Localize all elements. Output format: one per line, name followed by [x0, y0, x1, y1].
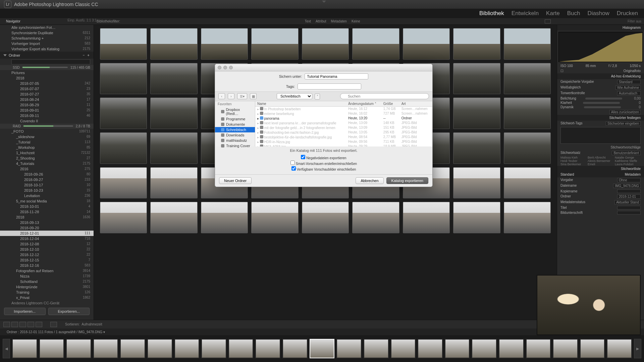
filmstrip-thumbnail[interactable]: [526, 339, 551, 358]
grid-thumbnail[interactable]: [251, 202, 298, 233]
view-toggle-icon[interactable]: ☰▾: [237, 93, 247, 99]
module-develop[interactable]: Entwickeln: [512, 10, 539, 17]
opt-previews[interactable]: Verfügbare Vorschaubilder einschließen: [215, 166, 432, 172]
module-print[interactable]: Drucken: [617, 10, 638, 17]
metadata-row[interactable]: Kopiename: [557, 189, 644, 194]
file-row[interactable]: ▸ next level panorama kr…der panoramafot…: [255, 121, 432, 125]
sort-value[interactable]: Aufnahmezeit: [82, 322, 102, 326]
filmstrip-thumbnail[interactable]: [39, 339, 64, 358]
filmstrip-thumbnail[interactable]: [553, 339, 578, 358]
file-row[interactable]: ▸ Fotoshooting-bei-nacht-fashion-2.jpgHe…: [255, 130, 432, 135]
filter-text[interactable]: Text: [305, 19, 311, 23]
favorite-item[interactable]: matthiasbutz: [215, 138, 255, 143]
file-list[interactable]: Name Änderungsdatum ˄ Größe Art ▸ In Pho…: [255, 101, 432, 146]
favorite-item[interactable]: Dokumente: [215, 122, 255, 127]
catalog-item[interactable]: Synchronisierte Duplikate6311: [0, 30, 94, 36]
grid-thumbnail[interactable]: [453, 63, 500, 95]
filmstrip-thumbnail[interactable]: [201, 339, 226, 358]
grid-thumbnail[interactable]: [100, 132, 147, 164]
filmstrip-thumbnail[interactable]: [255, 339, 280, 358]
folder-item[interactable]: _Workshop85: [0, 145, 94, 150]
grid-thumbnail[interactable]: [201, 28, 248, 60]
view-compare-icon[interactable]: [19, 322, 26, 327]
folder-item[interactable]: 2018-12-04718: [0, 236, 94, 241]
keyword-suggestion[interactable]: Berit Albrecht: [588, 156, 613, 159]
grid-thumbnail[interactable]: [453, 98, 500, 129]
filmstrip-thumbnail[interactable]: [228, 339, 254, 358]
filmstrip-thumbnail[interactable]: [391, 339, 416, 358]
grid-thumbnail[interactable]: [453, 28, 500, 60]
folder-item[interactable]: _Tutorial113: [0, 139, 94, 145]
col-name[interactable]: Name: [255, 101, 346, 107]
folder-item[interactable]: 2018-09-27233: [0, 177, 94, 182]
folder-item[interactable]: 2018-07-0723: [0, 86, 94, 92]
folder-item[interactable]: 2018-09-13: [0, 220, 94, 225]
filmstrip-prev-icon[interactable]: ◀: [3, 339, 10, 358]
folder-item[interactable]: 2018: [0, 75, 94, 81]
quickdev-header[interactable]: Ad-hoc-Entwicklung: [557, 73, 644, 79]
filter-none[interactable]: Keine: [352, 19, 360, 23]
filter-lock-icon[interactable]: [545, 19, 551, 23]
filmstrip-thumbnail[interactable]: [499, 339, 524, 358]
grid-thumbnail[interactable]: [504, 63, 551, 95]
filmstrip-thumbnail[interactable]: [336, 339, 362, 358]
module-book[interactable]: Buch: [567, 10, 580, 17]
favorite-item[interactable]: Schreibtisch: [215, 127, 255, 132]
folder-item[interactable]: 20181636: [0, 215, 94, 220]
navigator-zoom[interactable]: Einp. Ausfü. 1:1 3:1: [67, 18, 97, 24]
filter-preset[interactable]: Filter aus: [628, 19, 641, 23]
filmstrip-thumbnail[interactable]: [310, 339, 335, 358]
keywordlist-header[interactable]: Stichwortliste: [557, 166, 644, 172]
grid-thumbnail[interactable]: [100, 202, 147, 233]
favorite-item[interactable]: Training Cover: [215, 143, 255, 148]
folder-item[interactable]: Schottland2175: [0, 279, 94, 284]
file-row[interactable]: ▸ bestobjektive-für-die-landschaftsfotog…: [255, 135, 432, 139]
filmstrip-next-icon[interactable]: ▶: [634, 339, 641, 358]
file-row[interactable]: ▸ In Photoshop bearbeitenHeute, 16:121,7…: [255, 106, 432, 111]
keyword-suggestion[interactable]: Emeli: [588, 163, 613, 166]
file-row[interactable]: ▸ panoramaHeute, 13:20--Ordner: [255, 116, 432, 121]
grid-thumbnail[interactable]: [150, 132, 197, 164]
metadata-row[interactable]: Bildunterschrift: [557, 210, 644, 215]
folder-item[interactable]: _FOTO109711: [0, 129, 94, 134]
grid-thumbnail[interactable]: [150, 63, 197, 95]
col-size[interactable]: Größe: [381, 101, 399, 107]
filmstrip-thumbnail[interactable]: [66, 339, 91, 358]
folder-item[interactable]: Nizza1739: [0, 274, 94, 279]
folder-item[interactable]: Hintergründe3801: [0, 284, 94, 290]
filmstrip-thumbnail[interactable]: [93, 339, 118, 358]
filmstrip-thumbnail[interactable]: [120, 339, 145, 358]
keyword-suggestion[interactable]: Natalie Genge: [615, 156, 641, 159]
dialog-search-input[interactable]: [340, 93, 429, 99]
zoom-icon[interactable]: [229, 66, 233, 69]
grid-thumbnail[interactable]: [504, 98, 551, 129]
save-as-input[interactable]: [305, 73, 368, 79]
file-row[interactable]: ▸ HDR-in-Nizza.jpgHeute, 09:56711 KBJPEG…: [255, 139, 432, 144]
location-up-icon[interactable]: ˄: [315, 94, 320, 100]
folder-item[interactable]: 2018-12-1222: [0, 252, 94, 257]
keyword-suggestion[interactable]: Heidi Teuber: [560, 159, 586, 163]
filmstrip-thumbnail[interactable]: [364, 339, 389, 358]
view-loupe-icon[interactable]: [11, 322, 18, 327]
catalog-item[interactable]: Vorheriger Export als Katalog2175: [0, 46, 94, 52]
folder-item[interactable]: 4_Tutorials2175: [0, 161, 94, 166]
folder-item[interactable]: 1_Hochzeit72132: [0, 150, 94, 156]
file-row[interactable]: ▸ mit der fotografie geld…in 2 fotografi…: [255, 125, 432, 130]
back-icon[interactable]: ‹: [218, 93, 225, 99]
quickdev-slider[interactable]: Klarheit0: [557, 101, 644, 105]
grid-thumbnail[interactable]: [403, 202, 450, 233]
metadata-row[interactable]: VorgabeOhne: [557, 177, 644, 183]
grid-thumbnail[interactable]: [504, 132, 551, 164]
filmstrip-thumbnail[interactable]: [12, 339, 37, 358]
wb-select[interactable]: Wie Aufnahme: [615, 85, 641, 90]
navigator-header[interactable]: Navigator: [3, 18, 24, 24]
filmstrip-thumbnail[interactable]: [580, 339, 605, 358]
grid-thumbnail[interactable]: [504, 28, 551, 60]
folder-item[interactable]: 2018-10-2315: [0, 188, 94, 193]
favorite-item[interactable]: Downloads: [215, 132, 255, 138]
metadata-row[interactable]: MetadatenstatusAktueller Stand: [557, 199, 644, 205]
close-icon[interactable]: [218, 66, 221, 69]
folder-item[interactable]: 2018-07-05242: [0, 81, 94, 86]
col-kind[interactable]: Art: [399, 101, 432, 107]
folder-item[interactable]: 2018-09-20: [0, 225, 94, 231]
